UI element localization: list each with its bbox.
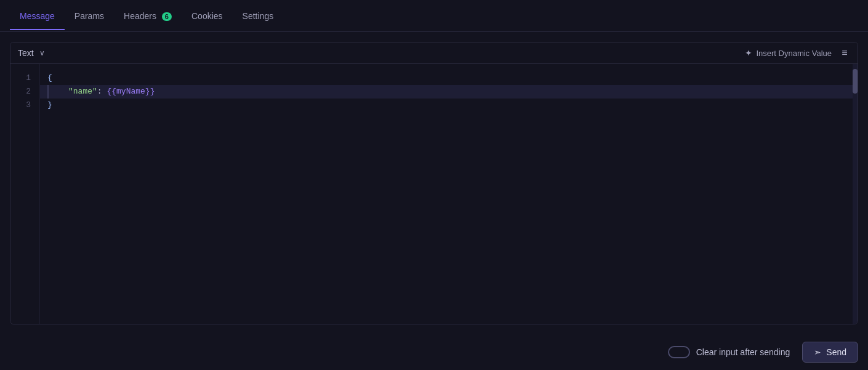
editor-type-label: Text bbox=[18, 48, 34, 58]
code-line-2: "name" : {{myName}} bbox=[40, 85, 858, 99]
sparkle-icon: ✦ bbox=[745, 48, 752, 58]
code-key: "name" bbox=[68, 85, 97, 99]
scrollbar-thumb[interactable] bbox=[853, 69, 858, 94]
headers-badge: 6 bbox=[162, 12, 172, 21]
close-brace: } bbox=[47, 99, 52, 112]
main-content: Text ∨ ✦ Insert Dynamic Value ≡ 1 2 3 bbox=[0, 32, 868, 334]
line-numbers: 1 2 3 bbox=[10, 64, 40, 324]
app-container: Message Params Headers 6 Cookies Setting… bbox=[0, 0, 868, 370]
line-number-2: 2 bbox=[10, 85, 39, 99]
tab-headers[interactable]: Headers 6 bbox=[114, 2, 182, 30]
editor-toolbar: Text ∨ ✦ Insert Dynamic Value ≡ bbox=[10, 42, 858, 64]
send-icon: ➣ bbox=[814, 347, 821, 357]
tab-headers-label: Headers bbox=[124, 11, 156, 21]
insert-dynamic-button[interactable]: ✦ Insert Dynamic Value bbox=[745, 48, 832, 58]
clear-input-toggle[interactable] bbox=[668, 346, 690, 358]
tab-params[interactable]: Params bbox=[65, 2, 114, 30]
code-colon: : bbox=[97, 85, 107, 99]
clear-input-wrapper: Clear input after sending bbox=[668, 346, 790, 358]
line-number-3: 3 bbox=[10, 99, 39, 112]
open-brace: { bbox=[47, 71, 52, 85]
code-editor[interactable]: 1 2 3 { "name" : {{myName}} } bbox=[10, 64, 858, 324]
code-template-value: {{myName}} bbox=[106, 85, 155, 99]
editor-toolbar-right: ✦ Insert Dynamic Value ≡ bbox=[745, 47, 850, 58]
line-number-1: 1 bbox=[10, 71, 39, 85]
code-line-3: } bbox=[47, 99, 850, 112]
filter-icon[interactable]: ≡ bbox=[839, 47, 850, 58]
indent-marker bbox=[47, 85, 67, 99]
code-line-1: { bbox=[47, 71, 850, 85]
scrollbar-track[interactable] bbox=[853, 64, 858, 324]
tab-message[interactable]: Message bbox=[10, 2, 65, 30]
bottom-bar: Clear input after sending ➣ Send bbox=[0, 334, 868, 370]
editor-panel: Text ∨ ✦ Insert Dynamic Value ≡ 1 2 3 bbox=[10, 42, 858, 324]
insert-dynamic-label: Insert Dynamic Value bbox=[756, 49, 832, 58]
chevron-down-icon: ∨ bbox=[38, 48, 47, 58]
editor-type-selector[interactable]: Text ∨ bbox=[18, 48, 47, 58]
clear-input-label: Clear input after sending bbox=[696, 347, 790, 357]
send-button[interactable]: ➣ Send bbox=[802, 342, 858, 363]
send-label: Send bbox=[826, 347, 846, 357]
tab-settings[interactable]: Settings bbox=[233, 2, 284, 30]
code-area[interactable]: { "name" : {{myName}} } bbox=[40, 64, 858, 324]
tab-cookies[interactable]: Cookies bbox=[182, 2, 233, 30]
tab-bar: Message Params Headers 6 Cookies Setting… bbox=[0, 0, 868, 32]
